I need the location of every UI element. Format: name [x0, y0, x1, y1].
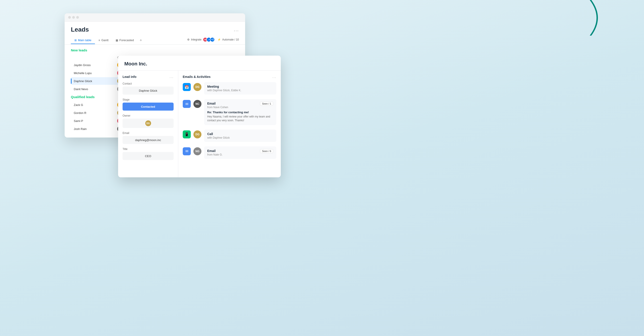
activity-sub: with Daphne Glück — [207, 136, 230, 139]
row-name: Danit Nevo — [71, 87, 116, 92]
activity-sub: from Nave Cohen — [207, 106, 228, 109]
col-name — [71, 55, 116, 60]
activity-sub: with Daphne Glück, Eddie K. — [207, 89, 241, 92]
row-name: Sami P — [71, 118, 116, 124]
toolbar-right: ⚙ Integrate M J +2 ⚡ Automate / 10 — [187, 37, 239, 44]
activity-avatar: DG — [194, 83, 202, 91]
activity-type: Email — [207, 149, 222, 153]
browser-titlebar — [64, 13, 245, 21]
tab-gantt-label: Gantt — [102, 38, 108, 42]
email-body: Re: Thanks for contacting me! Hey Naama,… — [207, 111, 273, 122]
page-title: Leads — [71, 26, 89, 33]
activity-type: Meeting — [207, 85, 241, 88]
tab-gantt[interactable]: ≡ Gantt — [95, 37, 112, 44]
email-value[interactable]: daphneg@moon.inc — [122, 136, 174, 144]
lead-info-more-button[interactable]: ... — [170, 75, 174, 79]
activity-item-email-2: ✉ NG Email from Nate G. Seen / 6 — [183, 147, 276, 159]
browser-dot-2 — [72, 16, 75, 19]
lead-info-panel: Lead info ... Contact Daphne Glück Stage… — [118, 71, 178, 177]
panel-section-header: Lead info ... — [122, 75, 174, 79]
user-avatars: M J +2 — [204, 37, 215, 42]
email-icon: ✉ — [183, 100, 191, 108]
detail-header: Moon Inc. — [118, 56, 281, 71]
activity-avatar: NG — [194, 147, 202, 155]
tab-forecasted-label: Forecasted — [120, 38, 134, 42]
activity-type: Email — [207, 102, 228, 105]
arc-decoration — [559, 0, 604, 36]
row-name: Zack G — [71, 102, 116, 108]
email-label: Email — [122, 132, 174, 135]
chart-icon: ▦ — [116, 39, 118, 42]
integrate-icon: ⚙ — [187, 38, 190, 41]
stage-label: Stage — [122, 98, 174, 101]
email-subject: Re: Thanks for contacting me! — [207, 111, 273, 114]
automate-button[interactable]: ⚡ Automate / 10 — [218, 38, 239, 41]
activity-avatar: NC — [194, 100, 202, 108]
contact-field: Contact Daphne Glück — [122, 82, 174, 95]
row-name: Josh Rain — [71, 126, 116, 132]
activity-item-meeting: 📅 DG Meeting with Daphne Glück, Eddie K. — [183, 82, 276, 95]
activities-more-button[interactable]: ... — [272, 75, 276, 79]
activity-header-row: Meeting with Daphne Glück, Eddie K. — [207, 85, 273, 92]
activity-header-row: Call with Daphne Glück — [207, 132, 273, 139]
activity-content: Call with Daphne Glück — [204, 130, 276, 142]
stage-field: Stage Contacted — [122, 98, 174, 111]
owner-value[interactable]: DG — [122, 119, 174, 128]
tabs-row: ⊞ Main table ≡ Gantt ▦ Forecasted + ⚙ In… — [71, 36, 239, 44]
integrate-button[interactable]: ⚙ Integrate — [187, 38, 202, 41]
browser-dot-3 — [76, 16, 79, 19]
detail-body: Lead info ... Contact Daphne Glück Stage… — [118, 71, 281, 177]
browser-dot-1 — [68, 16, 71, 19]
integrate-label: Integrate — [191, 38, 202, 41]
avatar-count: +2 — [210, 37, 215, 42]
row-name: Daphne Glück — [71, 79, 116, 84]
contact-label: Contact — [122, 82, 174, 85]
grid-icon: ⊞ — [74, 39, 77, 42]
detail-panel: Moon Inc. Lead info ... Contact Daphne G… — [118, 56, 281, 177]
activity-type: Call — [207, 132, 230, 136]
row-name: Gordon R — [71, 110, 116, 116]
activities-section-header: Emails & Activities ... — [183, 75, 276, 79]
seen-badge: Seen / 1 — [260, 102, 273, 106]
detail-title: Moon Inc. — [124, 61, 274, 67]
activity-header-row: Email from Nate G. Seen / 6 — [207, 149, 273, 156]
activities-section-title: Emails & Activities — [183, 75, 210, 79]
activity-item-email-1: ✉ NC Email from Nave Cohen Seen / 1 Re: … — [183, 99, 276, 125]
activity-content: Email from Nate G. Seen / 6 — [204, 147, 276, 159]
row-name: Michelle Lupu — [71, 71, 116, 76]
activity-sub: from Nate G. — [207, 153, 222, 156]
activity-content: Meeting with Daphne Glück, Eddie K. — [204, 82, 276, 95]
activity-content: Email from Nave Cohen Seen / 1 Re: Thank… — [204, 99, 276, 125]
activity-avatar: DG — [194, 130, 202, 138]
title-field: Title CEO — [122, 148, 174, 160]
stage-value[interactable]: Contacted — [122, 103, 174, 111]
automate-icon: ⚡ — [218, 38, 221, 41]
activity-item-call: 📱 DG Call with Daphne Glück — [183, 130, 276, 142]
app-header: Leads ... ⊞ Main table ≡ Gantt ▦ Forecas… — [64, 21, 245, 45]
row-name: Jaydin Gross — [71, 62, 116, 68]
email-text: Hey Naama, I will review your offer with… — [207, 115, 273, 122]
activity-header-row: Email from Nave Cohen Seen / 1 — [207, 102, 273, 109]
email-field: Email daphneg@moon.inc — [122, 132, 174, 144]
phone-icon: 📱 — [183, 130, 191, 138]
tab-main-table-label: Main table — [78, 38, 91, 42]
calendar-icon: 📅 — [183, 83, 191, 91]
seen-badge: Seen / 6 — [260, 149, 273, 153]
owner-field: Owner DG — [122, 114, 174, 128]
tab-main-table[interactable]: ⊞ Main table — [71, 37, 95, 44]
title-label: Title — [122, 148, 174, 151]
new-leads-title: New leads — [71, 48, 239, 52]
more-button[interactable]: ... — [234, 27, 239, 32]
tab-forecasted[interactable]: ▦ Forecasted — [112, 37, 138, 44]
owner-avatar: DG — [145, 120, 151, 126]
lead-info-section-title: Lead info — [122, 75, 136, 79]
contact-value[interactable]: Daphne Glück — [122, 87, 174, 95]
tab-add-button[interactable]: + — [138, 36, 144, 44]
email-icon: ✉ — [183, 147, 191, 155]
title-value[interactable]: CEO — [122, 152, 174, 160]
gantt-icon: ≡ — [98, 39, 100, 42]
activities-panel: Emails & Activities ... 📅 DG Meeting wit… — [178, 71, 281, 177]
automate-label: Automate / 10 — [222, 38, 239, 41]
owner-label: Owner — [122, 114, 174, 117]
